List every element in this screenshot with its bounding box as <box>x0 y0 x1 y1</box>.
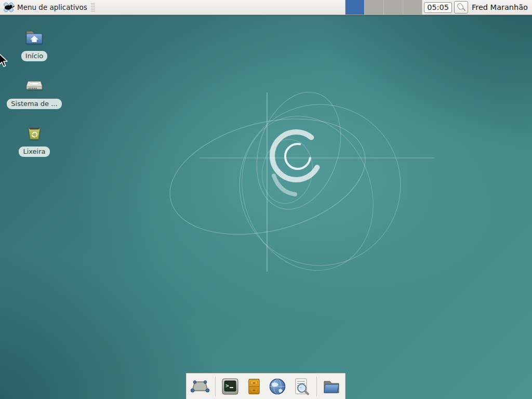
file-manager-launcher-button[interactable] <box>244 376 264 397</box>
svg-text:>: > <box>225 382 229 389</box>
show-desktop-icon <box>190 377 210 396</box>
dock-separator <box>316 377 317 396</box>
workspace-2[interactable] <box>365 0 384 15</box>
desktop-icon-label: Sistema de ... <box>7 99 61 109</box>
dock-separator <box>215 377 216 396</box>
show-desktop-button[interactable] <box>190 376 210 397</box>
filesystem-drive-icon <box>24 75 45 96</box>
desktop-icon-label: Início <box>21 51 47 61</box>
trash-icon <box>24 123 45 143</box>
desktop-icon-list: Início Sistema de ... <box>8 27 60 157</box>
globe-icon <box>268 377 287 396</box>
workspace-4[interactable] <box>403 0 422 15</box>
bottom-dock-panel: > <box>186 373 345 399</box>
workspace-switcher[interactable] <box>345 0 422 15</box>
user-name: Fred Maranhão <box>469 0 532 15</box>
mouse-indicator-button[interactable] <box>454 1 468 14</box>
clock-plugin: 05:05 <box>422 0 454 15</box>
application-finder-launcher-button[interactable] <box>291 376 312 397</box>
home-folder-icon <box>24 27 45 48</box>
panel-handle <box>91 3 95 11</box>
workspace-1[interactable] <box>345 0 365 15</box>
top-panel: Menu de aplicativos 05:05 Fred Maranhão <box>0 0 532 15</box>
xfce-mouse-logo-icon <box>3 2 15 13</box>
desktop-icon-home[interactable]: Início <box>8 27 60 61</box>
desktop-background <box>0 0 532 399</box>
debian-swirl-wallpaper-art <box>0 0 532 399</box>
terminal-launcher-button[interactable]: > <box>220 376 241 397</box>
desktop-icon-label: Lixeira <box>19 147 49 157</box>
file-cabinet-icon <box>244 377 264 396</box>
workspace-3[interactable] <box>384 0 403 15</box>
mouse-indicator-icon <box>456 2 466 12</box>
desktop-icon-filesystem[interactable]: Sistema de ... <box>8 75 60 109</box>
task-list-area <box>99 0 345 15</box>
applications-menu-button[interactable]: Menu de aplicativos <box>0 0 99 15</box>
document-magnifier-icon <box>291 377 311 396</box>
applications-menu-label: Menu de aplicativos <box>17 3 87 11</box>
directory-menu-button[interactable] <box>321 376 342 397</box>
terminal-icon: > <box>220 377 240 396</box>
clock: 05:05 <box>424 2 452 13</box>
web-browser-launcher-button[interactable] <box>268 376 288 397</box>
desktop-icon-trash[interactable]: Lixeira <box>8 123 60 157</box>
open-folder-icon <box>322 377 341 396</box>
